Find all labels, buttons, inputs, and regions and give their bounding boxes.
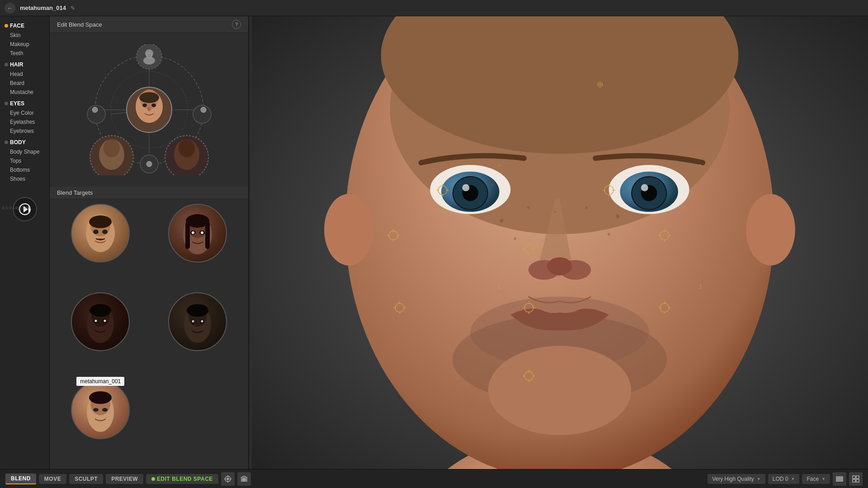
- crosshair-chin[interactable]: [523, 370, 535, 382]
- sidebar-item-eyelashes[interactable]: Eyelashes: [0, 117, 49, 127]
- svg-point-34: [93, 230, 99, 234]
- lod-dropdown[interactable]: LOD 0 ▼: [768, 474, 800, 484]
- body-section: BODY Body Shape Tops Bottoms Shoes: [0, 137, 49, 183]
- svg-point-129: [524, 303, 533, 312]
- eyes-label: EYES: [10, 100, 24, 107]
- blend-target-1[interactable]: [54, 204, 147, 288]
- svg-point-77: [462, 184, 470, 192]
- sidebar-item-skin[interactable]: Skin: [0, 31, 49, 40]
- svg-point-57: [192, 320, 194, 322]
- face-background: ⊕ ⌐ ¬ L J: [251, 16, 868, 469]
- view-arrow: ▼: [821, 477, 826, 481]
- svg-point-104: [604, 186, 613, 195]
- svg-point-86: [547, 258, 572, 276]
- lod-arrow: ▼: [791, 477, 795, 481]
- svg-point-124: [395, 303, 404, 312]
- blend-button[interactable]: BLEND: [5, 474, 36, 484]
- svg-point-97: [491, 184, 494, 187]
- svg-point-51: [104, 319, 106, 322]
- svg-point-94: [514, 237, 516, 240]
- svg-point-25: [151, 103, 156, 107]
- main-layout: FACE Skin Makeup Teeth HAIR Head Beard M…: [0, 16, 868, 469]
- sidebar-item-bottoms[interactable]: Bottoms: [0, 165, 49, 174]
- crosshair-forehead: ⊕: [597, 80, 604, 89]
- svg-point-139: [524, 371, 533, 380]
- sidebar-item-body-shape[interactable]: Body Shape: [0, 147, 49, 156]
- sidebar-item-head[interactable]: Head: [0, 70, 49, 79]
- blend-target-4[interactable]: [151, 292, 244, 376]
- view-dropdown[interactable]: Face ▼: [802, 474, 830, 484]
- edit-blend-space-button[interactable]: EDIT BLEND SPACE: [146, 474, 218, 484]
- blend-targets-grid: metahuman_001: [50, 199, 248, 469]
- svg-point-24: [142, 103, 147, 107]
- svg-point-96: [554, 211, 556, 213]
- svg-point-36: [89, 216, 112, 228]
- sidebar-item-eyebrows[interactable]: Eyebrows: [0, 127, 49, 136]
- preview-button[interactable]: PREVIEW: [106, 474, 143, 484]
- crosshair-right-cheek[interactable]: [658, 229, 671, 242]
- camera-icon-button[interactable]: [237, 472, 251, 486]
- blend-targets-title: Blend Targets: [57, 189, 93, 196]
- crosshair-mouth-center[interactable]: [523, 301, 535, 314]
- settings-icon-button[interactable]: [833, 472, 846, 486]
- sculpt-button[interactable]: SCULPT: [69, 474, 103, 484]
- blend-target-5[interactable]: [54, 380, 147, 465]
- blend-space-canvas[interactable]: [50, 33, 248, 187]
- sidebar-item-teeth[interactable]: Teeth: [0, 49, 49, 58]
- blend-target-avatar-3: [71, 292, 130, 351]
- svg-point-42: [201, 231, 203, 234]
- crosshair-nose-center[interactable]: [523, 243, 535, 255]
- svg-point-151: [243, 479, 245, 480]
- sidebar-item-shoes[interactable]: Shoes: [0, 174, 49, 183]
- svg-point-119: [660, 231, 669, 240]
- edge-marker-right2: J: [698, 283, 702, 291]
- edit-title-icon[interactable]: ✎: [71, 5, 75, 11]
- back-button[interactable]: ←: [5, 3, 15, 14]
- center-panel: Edit Blend Space ?: [50, 16, 249, 469]
- sidebar-item-tops[interactable]: Tops: [0, 156, 49, 165]
- help-button[interactable]: ?: [232, 20, 241, 29]
- move-button[interactable]: MOVE: [39, 474, 66, 484]
- blend-target-avatar-5: [71, 380, 130, 439]
- blend-target-2[interactable]: [151, 204, 244, 288]
- body-section-header[interactable]: BODY: [0, 137, 49, 147]
- svg-rect-44: [185, 222, 190, 249]
- svg-point-114: [389, 231, 398, 240]
- crosshair-right-mouth[interactable]: [658, 301, 671, 314]
- lod-label: LOD 0: [773, 476, 788, 482]
- sidebar-item-eye-color[interactable]: Eye Color: [0, 108, 49, 117]
- crosshair-left-mouth[interactable]: [393, 301, 406, 314]
- quality-arrow: ▼: [757, 477, 761, 481]
- blend-target-3[interactable]: metahuman_001: [54, 292, 147, 376]
- hair-dot: [5, 63, 8, 66]
- hair-section-header[interactable]: HAIR: [0, 60, 49, 70]
- svg-point-50: [95, 319, 97, 322]
- sidebar-item-makeup[interactable]: Makeup: [0, 40, 49, 49]
- svg-point-83: [641, 184, 648, 192]
- svg-point-91: [527, 206, 530, 209]
- sidebar-item-mustache[interactable]: Mustache: [0, 88, 49, 97]
- svg-point-29: [201, 107, 206, 113]
- svg-rect-45: [205, 222, 210, 249]
- blend-target-avatar-4: [168, 292, 227, 351]
- svg-point-59: [187, 304, 208, 317]
- face-dot: [5, 24, 8, 28]
- top-bar: ← metahuman_014 ✎: [0, 0, 868, 16]
- crosshair-left-eye[interactable]: [436, 184, 449, 197]
- grid-icon-button[interactable]: [849, 472, 863, 486]
- eyes-section-header[interactable]: EYES: [0, 99, 49, 108]
- svg-point-58: [201, 320, 203, 322]
- face-section-header[interactable]: FACE: [0, 21, 49, 31]
- target-icon-button[interactable]: [221, 472, 235, 486]
- svg-point-17: [104, 139, 120, 157]
- quality-dropdown[interactable]: Very High Quality ▼: [708, 474, 765, 484]
- bottom-toolbar: BLEND MOVE SCULPT PREVIEW EDIT BLEND SPA…: [0, 469, 868, 488]
- crosshair-right-eye[interactable]: [603, 184, 615, 197]
- face-label: FACE: [10, 23, 24, 29]
- view-label: Face: [807, 476, 819, 482]
- crosshair-left-cheek[interactable]: [387, 229, 400, 242]
- svg-point-31: [92, 107, 98, 113]
- blend-space-title: Edit Blend Space: [57, 21, 102, 28]
- svg-rect-156: [856, 476, 859, 479]
- sidebar-item-beard[interactable]: Beard: [0, 79, 49, 88]
